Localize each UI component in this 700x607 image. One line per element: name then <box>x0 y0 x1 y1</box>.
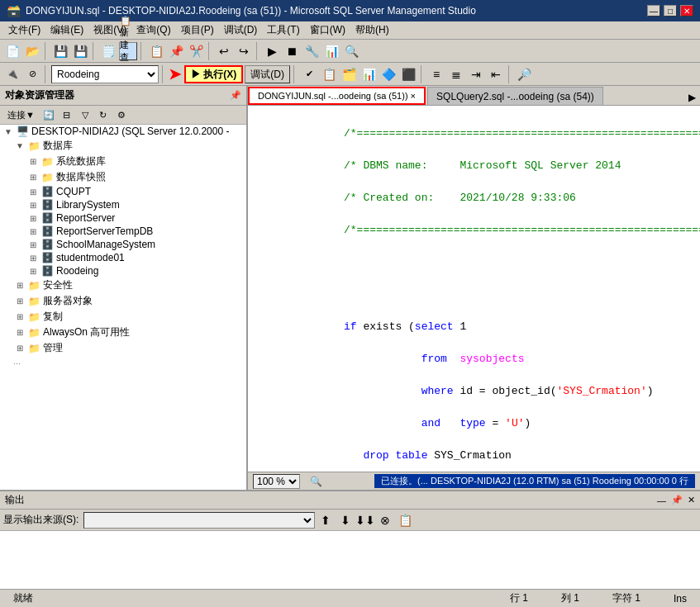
close-button[interactable]: ✕ <box>680 5 693 17</box>
menu-help[interactable]: 帮助(H) <box>350 21 394 39</box>
tab-scroll-right[interactable]: ▶ <box>687 90 700 105</box>
output-pin-icon[interactable]: 📌 <box>671 495 683 505</box>
security-expand[interactable]: ⊞ <box>13 281 26 290</box>
output-btn-5[interactable]: 📋 <box>396 511 414 529</box>
tb-q-btn7[interactable]: ≡ <box>427 65 445 83</box>
parse-btn[interactable]: ✔ <box>300 65 318 83</box>
minimize-button[interactable]: — <box>647 5 660 17</box>
tb-q-btn6[interactable]: ⬛ <box>399 65 417 83</box>
tb-q-btn3[interactable]: 🗂️ <box>340 65 358 83</box>
output-close-icon[interactable]: ✕ <box>688 495 695 505</box>
save-all-btn[interactable]: 💾 <box>71 42 89 60</box>
explorer-sync-btn[interactable]: ↻ <box>95 107 112 122</box>
snapshot-expand[interactable]: ⊞ <box>26 173 40 182</box>
disconnect-btn[interactable]: ⊘ <box>23 65 41 83</box>
reportservertempdb-expand[interactable]: ⊞ <box>26 227 40 236</box>
tb-q-btn8[interactable]: ≣ <box>447 65 465 83</box>
tree-node-alwayson[interactable]: ⊞ 📁 AlwaysOn 高可用性 <box>0 325 246 340</box>
manage-expand[interactable]: ⊞ <box>13 344 26 353</box>
output-btn-4[interactable]: ⊗ <box>376 511 394 529</box>
open-btn[interactable]: 📂 <box>23 42 41 60</box>
save-btn[interactable]: 💾 <box>51 42 69 60</box>
tb-btn-7[interactable]: 📊 <box>322 42 340 60</box>
tb-btn-8[interactable]: 🔍 <box>342 42 360 60</box>
tree-node-db-snapshot[interactable]: ⊞ 📁 数据库快照 <box>0 169 246 185</box>
output-content <box>0 531 700 589</box>
paste-btn[interactable]: 📌 <box>167 42 185 60</box>
tb-q-btn9[interactable]: ⇥ <box>467 65 485 83</box>
tab-dongyijun[interactable]: DONGYIJUN.sql -...oodeing (sa (51)) × <box>248 87 426 105</box>
run-btn[interactable]: ▶ <box>263 42 281 60</box>
databases-expand-icon[interactable]: ▼ <box>13 141 26 150</box>
tb-btn-6[interactable]: 🔧 <box>302 42 321 60</box>
maximize-button[interactable]: □ <box>664 5 677 17</box>
menu-window[interactable]: 窗口(W) <box>305 21 350 39</box>
studentmode-expand[interactable]: ⊞ <box>26 254 40 263</box>
schoolmanage-expand[interactable]: ⊞ <box>26 240 40 249</box>
explorer-settings-btn[interactable]: ⚙ <box>113 107 130 122</box>
sql-editor[interactable]: /*======================================… <box>248 106 700 472</box>
tb-q-btn5[interactable]: 🔷 <box>379 65 398 83</box>
server-obj-expand[interactable]: ⊞ <box>13 296 26 306</box>
tb-q-btn4[interactable]: 📊 <box>360 65 378 83</box>
tree-node-cqupt[interactable]: ⊞ 🗄️ CQUPT <box>0 185 246 198</box>
new-file-btn[interactable]: 📄 <box>3 42 21 60</box>
menu-tools[interactable]: 工具(T) <box>262 21 304 39</box>
output-btn-2[interactable]: ⬇ <box>336 511 355 529</box>
tree-node-security[interactable]: ⊞ 📁 安全性 <box>0 277 246 293</box>
tree-node-system-db[interactable]: ⊞ 📁 系统数据库 <box>0 154 246 169</box>
database-selector[interactable]: Roodeing <box>51 65 159 83</box>
explorer-filter-btn[interactable]: ⊟ <box>59 107 75 122</box>
roodeing-expand[interactable]: ⊞ <box>26 267 40 276</box>
tree-node-roodeing[interactable]: ⊞ 🗄️ Roodeing <box>0 264 246 277</box>
tree-node-reportservertempdb[interactable]: ⊞ 🗄️ ReportServerTempDB <box>0 225 246 238</box>
tree-node-schoolmanage[interactable]: ⊞ 🗄️ SchoolManageSystem <box>0 238 246 251</box>
tb-q-btn11[interactable]: 🔎 <box>515 65 533 83</box>
copy-btn[interactable]: 📋 <box>147 42 165 60</box>
cut-btn[interactable]: ✂️ <box>187 42 205 60</box>
menu-query[interactable]: 查询(Q) <box>131 21 175 39</box>
toolbar-btn-3[interactable]: 🗒️ <box>99 42 117 60</box>
redo-btn[interactable]: ↪ <box>235 42 253 60</box>
tree-node-server[interactable]: ▼ 🖥️ DESKTOP-NIDIA2J (SQL Server 12.0.20… <box>0 125 246 138</box>
line-11: drop table SYS_Crmation <box>344 449 512 462</box>
replicate-expand[interactable]: ⊞ <box>13 312 26 321</box>
output-btn-1[interactable]: ⬆ <box>317 511 335 529</box>
tree-node-reportserver[interactable]: ⊞ 🗄️ ReportServer <box>0 211 246 225</box>
tb-q-btn2[interactable]: 📋 <box>320 65 338 83</box>
output-btn-3[interactable]: ⬇⬇ <box>356 511 374 529</box>
menu-edit[interactable]: 编辑(E) <box>45 21 88 39</box>
tree-node-server-obj[interactable]: ⊞ 📁 服务器对象 <box>0 293 246 309</box>
cqupt-expand[interactable]: ⊞ <box>26 187 40 197</box>
explorer-filter2-btn[interactable]: ▽ <box>77 107 93 122</box>
alwayson-expand[interactable]: ⊞ <box>13 328 26 337</box>
menu-debug[interactable]: 调试(D) <box>219 21 263 39</box>
librarysystem-expand[interactable]: ⊞ <box>26 201 40 210</box>
server-expand-icon[interactable]: ▼ <box>2 127 15 136</box>
tree-node-manage[interactable]: ⊞ 📁 管理 <box>0 340 246 356</box>
connect-btn[interactable]: 🔌 <box>3 65 21 83</box>
tree-node-studentmode[interactable]: ⊞ 🗄️ studentmode01 <box>0 251 246 264</box>
reportserver-icon: 🗄️ <box>40 212 55 224</box>
tree-node-replicate[interactable]: ⊞ 📁 复制 <box>0 309 246 325</box>
pin-icon[interactable]: 📌 <box>230 90 241 101</box>
stop-btn[interactable]: ⏹ <box>283 42 301 60</box>
object-explorer-tree[interactable]: ▼ 🖥️ DESKTOP-NIDIA2J (SQL Server 12.0.20… <box>0 125 246 490</box>
connect-toolbar-btn[interactable]: 连接▼ <box>3 107 39 122</box>
new-query-btn[interactable]: 📋新建查询(N) <box>119 42 137 60</box>
explorer-refresh-btn[interactable]: 🔄 <box>40 107 57 122</box>
tree-node-databases[interactable]: ▼ 📁 数据库 <box>0 138 246 154</box>
menu-file[interactable]: 文件(F) <box>3 21 45 39</box>
output-source-selector[interactable] <box>83 512 315 529</box>
system-db-expand[interactable]: ⊞ <box>26 157 40 166</box>
debug-button[interactable]: 调试(D) <box>245 65 290 83</box>
menu-project[interactable]: 项目(P) <box>176 21 219 39</box>
execute-button[interactable]: ▶ 执行(X) <box>184 65 243 83</box>
tree-node-librarysystem[interactable]: ⊞ 🗄️ LibrarySystem <box>0 198 246 211</box>
tb-q-btn10[interactable]: ⇤ <box>487 65 505 83</box>
reportserver-expand[interactable]: ⊞ <box>26 214 40 223</box>
auto-hide-icon[interactable]: — <box>657 496 666 505</box>
zoom-selector[interactable]: 100 % 75 % 125 % <box>253 474 300 489</box>
undo-btn[interactable]: ↩ <box>215 42 233 60</box>
tab-sqlquery2[interactable]: SQLQuery2.sql -...oodeing (sa (54)) <box>427 87 603 105</box>
